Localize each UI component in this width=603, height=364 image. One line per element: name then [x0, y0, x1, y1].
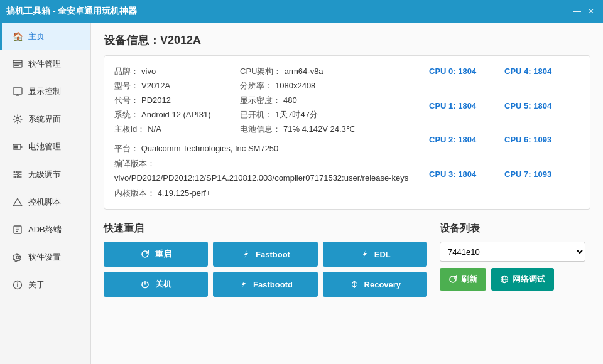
sidebar: 🏠 主页 软件管理 显示控制 系统界面 电池管理 [0, 23, 91, 364]
sidebar-item-system-label: 系统界面 [28, 114, 61, 125]
edl-button[interactable]: EDL [323, 242, 427, 267]
model-row: 型号： V2012A [114, 79, 234, 93]
display-icon [12, 86, 23, 97]
restart-icon [140, 249, 150, 259]
content-area: 设备信息：V2012A 品牌： vivo CPU架构： arm64-v8a [91, 23, 603, 364]
sidebar-item-display-label: 显示控制 [28, 86, 61, 97]
device-info-inner: 品牌： vivo CPU架构： arm64-v8a 型号： V2012A 分 [114, 65, 580, 200]
battery-icon [12, 141, 23, 153]
main-layout: 🏠 主页 软件管理 显示控制 系统界面 电池管理 [0, 23, 603, 364]
density-row: 显示密度： 480 [240, 94, 391, 107]
uptime-row: 已开机： 1天7时47分 [240, 108, 391, 122]
battery-row: 电池信息： 71% 4.142V 24.3℃ [240, 122, 391, 136]
cpu-stat-0: CPU 0: 1804 [429, 65, 504, 98]
sidebar-item-adb[interactable]: ADB终端 [0, 216, 90, 244]
refresh-icon [448, 275, 457, 284]
system-icon [12, 114, 23, 125]
resolution-row: 分辨率： 1080x2408 [240, 79, 391, 93]
sidebar-item-about-label: 关于 [28, 279, 45, 291]
cpu-stat-3: CPU 3: 1804 [429, 168, 504, 201]
network-debug-button[interactable]: 网络调试 [491, 268, 554, 291]
device-select-row: 7441e10 [440, 242, 590, 262]
system-row: 系统： Android 12 (API31) [114, 108, 234, 122]
script-icon [12, 196, 23, 208]
network-icon [500, 275, 509, 284]
quick-restart-title: 快速重启 [104, 222, 427, 235]
shutdown-icon [140, 279, 150, 289]
shutdown-button[interactable]: 关机 [104, 272, 208, 297]
recovery-icon [349, 279, 359, 289]
device-list-title: 设备列表 [440, 222, 590, 235]
flash-icon [241, 249, 251, 259]
close-button[interactable]: ✕ [585, 6, 597, 17]
sidebar-item-script[interactable]: 控机脚本 [0, 188, 90, 216]
svg-rect-4 [13, 88, 22, 94]
sidebar-item-home-label: 主页 [28, 31, 45, 42]
window-controls: — ✕ [572, 6, 597, 17]
device-fields: 品牌： vivo CPU架构： arm64-v8a 型号： V2012A 分 [114, 65, 416, 200]
restart-btn-grid: 重启FastbootEDL关机FastbootdRecovery [104, 242, 427, 297]
device-info-card: 品牌： vivo CPU架构： arm64-v8a 型号： V2012A 分 [104, 55, 590, 210]
sidebar-item-adjust-label: 无级调节 [28, 169, 61, 180]
device-list-section: 设备列表 7441e10 刷新 网络调试 [440, 222, 590, 297]
svg-point-17 [16, 176, 18, 178]
svg-marker-27 [244, 250, 248, 258]
app-title: 搞机工具箱 - 全安卓通用玩机神器 [6, 6, 137, 17]
sidebar-item-about[interactable]: 关于 [0, 271, 90, 299]
flash-icon [359, 249, 369, 259]
recovery-button[interactable]: Recovery [323, 272, 427, 297]
svg-point-16 [18, 174, 19, 176]
cpu-stat-4: CPU 4: 1804 [504, 65, 580, 98]
board-row: 主板id： N/A [114, 122, 234, 136]
svg-point-23 [16, 256, 19, 259]
svg-rect-2 [14, 64, 21, 65]
cpu-stat-1: CPU 1: 1804 [429, 99, 504, 132]
cpu-stat-2: CPU 2: 1804 [429, 133, 504, 166]
cpu-stat-5: CPU 5: 1804 [504, 99, 580, 132]
minimize-button[interactable]: — [572, 6, 583, 17]
sidebar-item-system[interactable]: 系统界面 [0, 105, 90, 133]
cpu-stat-7: CPU 7: 1093 [504, 168, 580, 201]
home-icon: 🏠 [12, 31, 23, 42]
device-actions: 刷新 网络调试 [440, 268, 590, 291]
refresh-button[interactable]: 刷新 [440, 268, 486, 291]
cpu-stat-6: CPU 6: 1093 [504, 133, 580, 166]
fastbootd-button[interactable]: Fastbootd [213, 272, 317, 297]
cpu-stats-grid: CPU 0: 1804CPU 4: 1804CPU 1: 1804CPU 5: … [429, 65, 580, 200]
sidebar-item-settings-label: 软件设置 [28, 252, 61, 263]
svg-point-7 [16, 118, 19, 121]
sidebar-item-software-label: 软件管理 [28, 58, 61, 70]
bottom-section: 快速重启 重启FastbootEDL关机FastbootdRecovery 设备… [104, 222, 590, 297]
sidebar-item-battery-label: 电池管理 [28, 141, 61, 153]
title-bar: 搞机工具箱 - 全安卓通用玩机神器 — ✕ [0, 0, 603, 23]
sidebar-item-script-label: 控机脚本 [28, 196, 61, 208]
fastboot-button[interactable]: Fastboot [213, 242, 317, 267]
svg-marker-28 [363, 250, 367, 258]
sidebar-item-adjust[interactable]: 无级调节 [0, 161, 90, 188]
restart-button[interactable]: 重启 [104, 242, 208, 267]
sidebar-item-battery[interactable]: 电池管理 [0, 133, 90, 161]
svg-rect-3 [14, 65, 19, 66]
flash-icon [238, 279, 248, 289]
adjust-icon [12, 169, 23, 180]
svg-point-15 [15, 171, 17, 173]
svg-rect-11 [14, 146, 18, 149]
sidebar-item-adb-label: ADB终端 [28, 224, 62, 235]
brand-row: 品牌： vivo [114, 65, 234, 78]
sidebar-item-settings[interactable]: 软件设置 [0, 244, 90, 271]
cpu-arch-row: CPU架构： arm64-v8a [240, 65, 391, 78]
sidebar-item-display[interactable]: 显示控制 [0, 78, 90, 105]
device-info-title: 设备信息：V2012A [104, 33, 590, 48]
settings-icon [12, 252, 23, 263]
sidebar-item-software[interactable]: 软件管理 [0, 50, 90, 78]
svg-marker-30 [242, 281, 246, 288]
svg-marker-18 [13, 198, 22, 206]
device-select[interactable]: 7441e10 [440, 242, 585, 262]
svg-point-26 [17, 282, 18, 284]
adb-icon [12, 224, 23, 235]
about-icon [12, 279, 23, 291]
quick-restart: 快速重启 重启FastbootEDL关机FastbootdRecovery [104, 222, 427, 297]
platform-row: 平台： Qualcomm Technologies, Inc SM7250 编译… [114, 141, 416, 200]
code-row: 代号： PD2012 [114, 94, 234, 107]
sidebar-item-home[interactable]: 🏠 主页 [0, 23, 90, 50]
